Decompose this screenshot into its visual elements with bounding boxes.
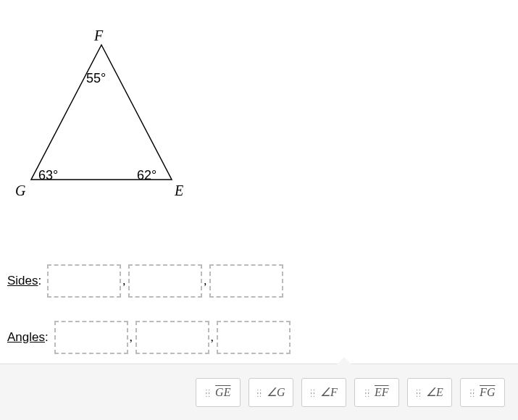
angle-label-g: 63° — [38, 168, 58, 183]
drag-handle-icon — [206, 389, 212, 396]
side-drop-3[interactable] — [209, 264, 283, 298]
angle-label-e: 62° — [137, 168, 156, 183]
comma: , — [130, 331, 133, 344]
side-drop-2[interactable] — [128, 264, 202, 298]
angles-row: Angles : , , — [7, 321, 518, 354]
colon: : — [38, 274, 42, 288]
tile-angle-f[interactable]: ∠F — [301, 378, 346, 407]
tile-content: EF — [375, 386, 389, 399]
tile-angle-e[interactable]: ∠E — [407, 378, 452, 407]
tile-content: FG — [480, 386, 495, 399]
side-drop-1[interactable] — [47, 264, 121, 298]
colon: : — [45, 330, 49, 345]
tile-content: GE — [215, 386, 230, 399]
tile-ge[interactable]: GE — [196, 378, 241, 407]
angle-drop-1[interactable] — [54, 321, 128, 354]
sides-label: Sides — [7, 274, 38, 288]
angle-drop-3[interactable] — [217, 321, 291, 354]
vertex-label-e: E — [175, 182, 183, 199]
vertex-label-f: F — [94, 28, 103, 44]
tile-content: ∠G — [267, 385, 285, 399]
svg-marker-0 — [31, 45, 172, 180]
triangle-shape — [18, 36, 185, 188]
sides-row: Sides : , , — [7, 264, 518, 298]
comma: , — [211, 331, 214, 344]
angle-drop-2[interactable] — [135, 321, 209, 354]
drag-handle-icon — [364, 389, 370, 396]
tile-fg[interactable]: FG — [460, 378, 505, 407]
triangle-figure: F G E 55° 63° 62° — [11, 14, 214, 217]
tile-content: ∠E — [426, 385, 443, 399]
comma: , — [122, 274, 125, 287]
tile-ef[interactable]: EF — [354, 378, 399, 407]
drag-handle-icon — [310, 389, 316, 396]
comma: , — [204, 274, 206, 287]
tile-content: ∠F — [320, 385, 338, 399]
angles-label: Angles — [7, 330, 45, 345]
angle-label-f: 55° — [86, 71, 106, 86]
bank-pointer — [337, 357, 351, 364]
vertex-label-g: G — [15, 182, 25, 199]
answer-bank: GE ∠G ∠F EF ∠E FG — [0, 364, 518, 420]
answer-area: Sides : , , Angles : , , — [7, 264, 518, 354]
tile-angle-g[interactable]: ∠G — [248, 378, 293, 407]
drag-handle-icon — [470, 389, 476, 396]
drag-handle-icon — [416, 389, 422, 396]
drag-handle-icon — [256, 389, 262, 396]
